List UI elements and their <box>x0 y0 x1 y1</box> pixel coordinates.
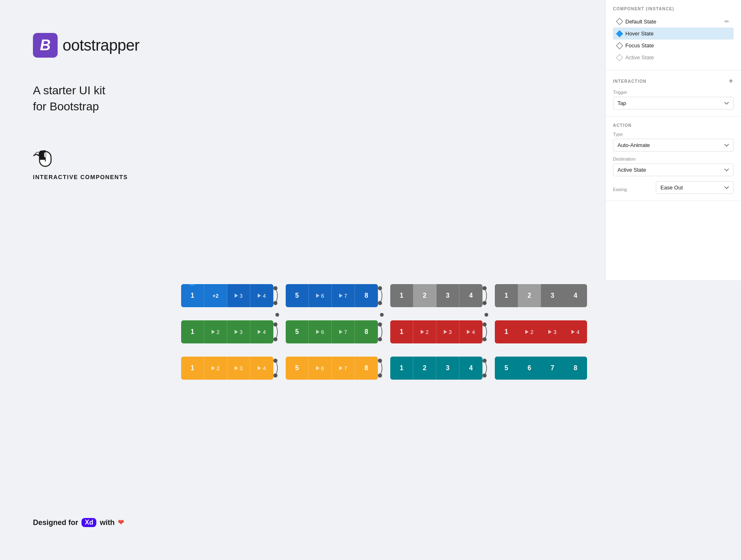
diamond-icon-hover <box>616 30 623 37</box>
pag-btn[interactable]: 3 <box>436 284 459 307</box>
heart-icon: ❤ <box>118 518 124 527</box>
interactive-section: INTERACTIVE COMPONENTS <box>33 144 128 180</box>
connector-svg <box>273 320 286 343</box>
svg-point-6 <box>378 301 382 305</box>
pag-btn[interactable]: 8 <box>355 284 378 307</box>
pag-btn[interactable]: 3 <box>541 320 564 343</box>
pag-group-gray2: 1 2 3 4 <box>495 284 587 307</box>
pag-btn[interactable]: 1 <box>181 320 204 343</box>
pag-btn[interactable]: 4 <box>459 284 482 307</box>
interaction-section: INTERACTION + Trigger Tap <box>606 70 741 117</box>
pag-btn[interactable]: 3 <box>227 284 250 307</box>
pagination-row-yellow: 1 2 3 4 5 6 7 8 <box>181 357 741 380</box>
pag-btn[interactable]: 4 <box>459 357 482 380</box>
pag-btn[interactable]: 6 <box>309 320 332 343</box>
svg-rect-2 <box>44 152 47 157</box>
connector-svg <box>378 357 390 380</box>
pagination-row-blue: + 1 +2 3 4 <box>181 284 741 307</box>
connector-svg <box>482 357 495 380</box>
component-item-default[interactable]: Default State ✏ <box>613 15 734 28</box>
pag-group-teal2: 5 6 7 8 <box>495 357 587 380</box>
component-item-focus[interactable]: Focus State <box>613 40 734 51</box>
pag-btn[interactable]: 2 <box>204 357 227 380</box>
pag-group-yellow2: 5 6 7 8 <box>286 357 378 380</box>
component-section: COMPONENT (INSTANCE) Default State ✏ Hov… <box>606 0 741 70</box>
diamond-icon-default <box>616 18 623 25</box>
pag-btn[interactable]: 3 <box>227 357 250 380</box>
pag-btn[interactable]: 1 <box>181 284 204 307</box>
svg-point-14 <box>482 337 487 341</box>
pag-btn[interactable]: 6 <box>518 357 541 380</box>
pag-btn[interactable]: 4 <box>459 320 482 343</box>
pag-btn[interactable]: 1 <box>390 320 413 343</box>
component-item-hover[interactable]: Hover State <box>613 28 734 40</box>
pag-btn[interactable]: 7 <box>332 357 355 380</box>
add-interaction-button[interactable]: + <box>729 77 734 86</box>
pag-btn[interactable]: 7 <box>332 320 355 343</box>
app-subtitle: A starter UI kit for Bootstrap <box>33 82 105 114</box>
pag-group-green1: 1 2 3 4 <box>181 320 273 343</box>
easing-label: Easing <box>613 187 652 192</box>
pag-btn[interactable]: +2 <box>204 284 227 307</box>
connector-svg <box>482 284 495 307</box>
pag-btn[interactable]: 3 <box>436 357 459 380</box>
pag-btn[interactable]: 1 <box>495 284 518 307</box>
pag-btn[interactable]: 2 <box>413 357 436 380</box>
trigger-label: Trigger <box>613 90 734 95</box>
pag-btn[interactable]: 3 <box>436 320 459 343</box>
pag-group-gray: 1 2 3 4 <box>390 284 482 307</box>
pag-btn[interactable]: 4 <box>564 320 587 343</box>
interaction-section-title: INTERACTION + <box>613 77 734 86</box>
pag-btn[interactable]: 6 <box>309 284 332 307</box>
pag-btn[interactable]: 3 <box>227 320 250 343</box>
diamond-icon-focus <box>616 42 623 49</box>
pag-btn[interactable]: 7 <box>332 284 355 307</box>
svg-point-10 <box>273 337 277 341</box>
pag-btn[interactable]: 8 <box>355 357 378 380</box>
component-item-active[interactable]: Active State <box>613 51 734 63</box>
pag-btn[interactable]: 4 <box>564 284 587 307</box>
pag-btn[interactable]: 1 <box>390 357 413 380</box>
svg-point-4 <box>273 301 277 305</box>
connector-svg <box>482 320 495 343</box>
pag-group-blue1: + 1 +2 3 4 <box>181 284 273 307</box>
pag-btn[interactable]: 5 <box>286 357 309 380</box>
type-select[interactable]: Auto-Animate <box>613 139 734 152</box>
pagination-row-green: 1 2 3 4 5 6 7 8 <box>181 320 741 343</box>
pag-btn[interactable]: 5 <box>286 284 309 307</box>
svg-point-16 <box>273 373 277 378</box>
pag-btn[interactable]: 5 <box>286 320 309 343</box>
pag-btn[interactable]: 5 <box>495 357 518 380</box>
connector-svg <box>378 320 390 343</box>
pag-btn[interactable]: 6 <box>309 357 332 380</box>
interactive-label: INTERACTIVE COMPONENTS <box>33 174 128 180</box>
pag-group-green2: 5 6 7 8 <box>286 320 378 343</box>
pag-btn[interactable]: 3 <box>541 284 564 307</box>
designed-for-section: Designed for Xd with ❤ <box>33 518 124 527</box>
logo-section: B ootstrapper <box>33 33 140 58</box>
pag-btn[interactable]: 1 <box>495 320 518 343</box>
pag-btn[interactable]: 8 <box>564 357 587 380</box>
pag-btn[interactable]: 4 <box>250 357 273 380</box>
destination-select[interactable]: Active State <box>613 163 734 176</box>
pag-btn[interactable]: 2 <box>204 320 227 343</box>
pag-btn[interactable]: 2 <box>518 320 541 343</box>
pag-btn[interactable]: 4 <box>250 320 273 343</box>
edit-icon[interactable]: ✏ <box>725 18 729 25</box>
pag-btn[interactable]: 1 <box>390 284 413 307</box>
svg-point-12 <box>378 337 382 341</box>
pag-group-yellow1: 1 2 3 4 <box>181 357 273 380</box>
pag-btn[interactable]: 4 <box>250 284 273 307</box>
easing-select[interactable]: Ease Out <box>656 181 734 194</box>
pag-btn[interactable]: 2 <box>518 284 541 307</box>
pag-btn[interactable]: 2 <box>413 284 436 307</box>
pagination-area: + 1 +2 3 4 <box>181 284 741 556</box>
pag-btn[interactable]: 2 <box>413 320 436 343</box>
pag-btn[interactable]: 1 <box>181 357 204 380</box>
pag-btn[interactable]: 8 <box>355 320 378 343</box>
pag-btn[interactable]: 7 <box>541 357 564 380</box>
trigger-select[interactable]: Tap <box>613 97 734 110</box>
connector-svg <box>273 357 286 380</box>
connector-svg <box>273 284 286 307</box>
xd-badge: Xd <box>82 518 96 527</box>
